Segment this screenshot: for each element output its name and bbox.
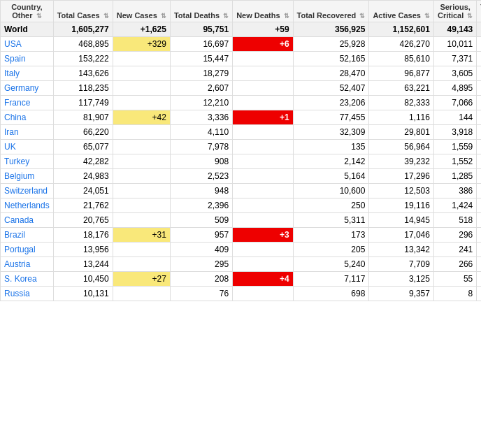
country-link[interactable]: USA	[4, 39, 22, 49]
total-deaths-cell: 948	[170, 184, 232, 198]
per-million-cell: 1,270	[477, 198, 481, 213]
total-cases-cell: 117,749	[53, 96, 113, 110]
table-row: Iran66,2204,11032,30929,8013,918788	[1, 125, 482, 140]
new-cases-cell: +1,625	[113, 22, 170, 37]
country-link[interactable]: Spain	[4, 54, 26, 64]
new-deaths-cell: +6	[233, 37, 293, 52]
country-cell[interactable]: Canada	[1, 213, 54, 228]
new-cases-cell: +42	[113, 110, 170, 125]
column-header-8[interactable]: Tot Cases/1M pop ⇅	[477, 1, 481, 22]
country-link[interactable]: UK	[4, 142, 16, 152]
table-row: UK65,0777,97813556,9641,559959	[1, 140, 482, 154]
country-link[interactable]: S. Korea	[4, 274, 37, 284]
country-link[interactable]: Portugal	[4, 245, 36, 254]
table-row: Brazil18,176+31957+317317,04629686	[1, 228, 482, 243]
column-header-2[interactable]: New Cases ⇅	[113, 1, 170, 22]
country-link[interactable]: Canada	[4, 215, 34, 225]
table-row: Italy143,62618,27928,47096,8773,6052,375	[1, 66, 482, 81]
country-cell[interactable]: Spain	[1, 52, 54, 66]
total-recovered-cell: 5,311	[293, 213, 369, 228]
active-cases-cell: 3,125	[369, 272, 434, 287]
new-cases-cell: +329	[113, 37, 170, 52]
column-header-4[interactable]: New Deaths ⇅	[233, 1, 293, 22]
table-row: USA468,895+32916,697+625,928426,27010,01…	[1, 37, 482, 52]
total-cases-cell: 13,244	[53, 257, 113, 272]
total-cases-cell: 10,131	[53, 287, 113, 301]
country-cell[interactable]: Germany	[1, 81, 54, 96]
country-cell[interactable]: Austria	[1, 257, 54, 272]
total-recovered-cell: 205	[293, 243, 369, 257]
column-header-5[interactable]: Total Recovered ⇅	[293, 1, 369, 22]
total-recovered-cell: 135	[293, 140, 369, 154]
per-million-cell: 2,375	[477, 66, 481, 81]
country-cell[interactable]: UK	[1, 140, 54, 154]
country-link[interactable]: Netherlands	[4, 201, 50, 210]
country-cell[interactable]: USA	[1, 37, 54, 52]
country-cell[interactable]: Netherlands	[1, 198, 54, 213]
active-cases-cell: 13,342	[369, 243, 434, 257]
column-header-0[interactable]: Country,Other ⇅	[1, 1, 54, 22]
total-cases-cell: 42,282	[53, 154, 113, 169]
new-cases-cell	[113, 213, 170, 228]
country-cell[interactable]: Portugal	[1, 243, 54, 257]
country-cell[interactable]: Iran	[1, 125, 54, 140]
country-link[interactable]: Belgium	[4, 171, 34, 181]
country-link[interactable]: Russia	[4, 289, 30, 298]
total-cases-cell: 81,907	[53, 110, 113, 125]
country-link[interactable]: Turkey	[4, 157, 29, 166]
country-cell[interactable]: Turkey	[1, 154, 54, 169]
sort-icon: ⇅	[467, 13, 473, 20]
country-cell[interactable]: Switzerland	[1, 184, 54, 198]
total-cases-cell: 1,605,277	[53, 22, 113, 37]
table-row: S. Korea10,450+27208+47,1173,12555204	[1, 272, 482, 287]
active-cases-cell: 1,116	[369, 110, 434, 125]
total-recovered-cell: 25,928	[293, 37, 369, 52]
sort-icon: ⇅	[161, 13, 166, 20]
country-cell[interactable]: Belgium	[1, 169, 54, 184]
new-deaths-cell	[233, 125, 293, 140]
country-cell[interactable]: Italy	[1, 66, 54, 81]
column-header-3[interactable]: Total Deaths ⇅	[170, 1, 232, 22]
new-deaths-cell	[233, 169, 293, 184]
per-million-cell: 550	[477, 213, 481, 228]
country-link[interactable]: China	[4, 113, 26, 122]
serious-cell: 241	[433, 243, 476, 257]
country-link[interactable]: France	[4, 98, 30, 108]
total-deaths-cell: 18,279	[170, 66, 232, 81]
country-link[interactable]: Italy	[4, 68, 20, 78]
new-deaths-cell	[233, 154, 293, 169]
serious-cell: 7,371	[433, 52, 476, 66]
per-million-cell: 788	[477, 125, 481, 140]
total-recovered-cell: 28,470	[293, 66, 369, 81]
country-link[interactable]: Switzerland	[4, 186, 48, 196]
active-cases-cell: 29,801	[369, 125, 434, 140]
new-cases-cell	[113, 184, 170, 198]
country-link[interactable]: Brazil	[4, 230, 25, 240]
country-cell[interactable]: S. Korea	[1, 272, 54, 287]
serious-cell: 296	[433, 228, 476, 243]
column-header-7[interactable]: Serious,Critical ⇅	[433, 1, 476, 22]
total-deaths-cell: 7,978	[170, 140, 232, 154]
new-cases-cell	[113, 198, 170, 213]
table-row: Canada20,7655095,31114,945518550	[1, 213, 482, 228]
total-recovered-cell: 10,600	[293, 184, 369, 198]
per-million-cell: 57	[477, 110, 481, 125]
new-cases-cell	[113, 81, 170, 96]
country-link[interactable]: Austria	[4, 259, 30, 269]
country-cell[interactable]: Brazil	[1, 228, 54, 243]
total-recovered-cell: 173	[293, 228, 369, 243]
new-cases-cell	[113, 287, 170, 301]
per-million-cell: 2,779	[477, 184, 481, 198]
active-cases-cell: 17,296	[369, 169, 434, 184]
active-cases-cell: 17,046	[369, 228, 434, 243]
table-row: Austria13,2442955,2407,7092661,471	[1, 257, 482, 272]
country-cell[interactable]: Russia	[1, 287, 54, 301]
country-link[interactable]: Germany	[4, 83, 38, 93]
column-header-1[interactable]: Total Cases ⇅	[53, 1, 113, 22]
country-cell[interactable]: China	[1, 110, 54, 125]
country-link[interactable]: Iran	[4, 127, 19, 137]
serious-cell: 518	[433, 213, 476, 228]
country-cell[interactable]: France	[1, 96, 54, 110]
column-header-6[interactable]: Active Cases ⇅	[369, 1, 434, 22]
total-deaths-cell: 95,751	[170, 22, 232, 37]
